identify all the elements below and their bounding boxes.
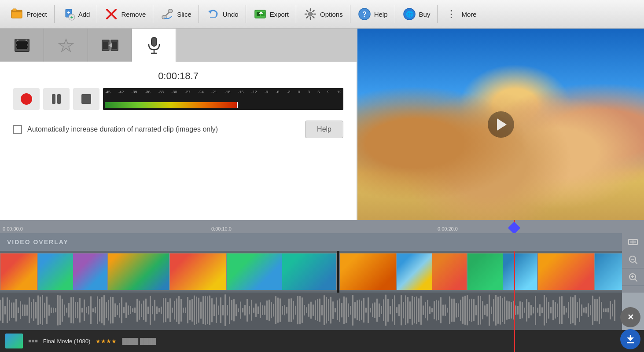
- svg-rect-259: [447, 308, 448, 313]
- list-item[interactable]: [227, 253, 337, 290]
- status-bar: ■■■ Final Movie (1080) ★★★★ ████ ████: [0, 330, 644, 352]
- svg-rect-13: [257, 12, 260, 16]
- svg-rect-72: [35, 302, 37, 319]
- svg-rect-279: [491, 307, 492, 314]
- slice-button[interactable]: Slice: [154, 4, 198, 25]
- undo-button[interactable]: Undo: [200, 4, 245, 25]
- stop-button[interactable]: [73, 88, 99, 110]
- svg-rect-254: [436, 300, 437, 320]
- auto-duration-checkbox[interactable]: [13, 125, 22, 134]
- svg-rect-174: [260, 302, 261, 318]
- svg-rect-137: [178, 296, 180, 325]
- svg-rect-121: [143, 301, 144, 320]
- svg-rect-249: [425, 302, 426, 318]
- vu-indicator: [237, 102, 238, 108]
- list-item[interactable]: [37, 253, 108, 290]
- svg-rect-217: [354, 302, 356, 319]
- svg-rect-177: [266, 301, 268, 320]
- svg-rect-175: [262, 305, 263, 315]
- list-item[interactable]: [397, 253, 467, 290]
- buy-button[interactable]: 🌐 Buy: [396, 4, 437, 25]
- svg-rect-239: [403, 302, 404, 318]
- svg-rect-31: [27, 48, 28, 49]
- svg-rect-200: [317, 299, 318, 321]
- tab-favorites[interactable]: [44, 29, 88, 62]
- list-item[interactable]: [108, 253, 169, 290]
- main-area: 0:00:18.7 -45-42-39-36-33: [0, 29, 644, 220]
- zoom-out-button[interactable]: [622, 251, 644, 268]
- help-button[interactable]: ? Help: [351, 4, 394, 25]
- svg-rect-159: [227, 305, 228, 315]
- svg-rect-271: [473, 299, 475, 322]
- pause-button[interactable]: [43, 88, 70, 110]
- svg-rect-289: [513, 301, 514, 319]
- list-item[interactable]: [339, 253, 397, 290]
- svg-rect-304: [546, 297, 547, 323]
- checkbox-row: Automatically increase duration of narra…: [13, 121, 343, 138]
- play-button[interactable]: [488, 111, 514, 138]
- svg-rect-142: [189, 300, 191, 320]
- svg-rect-67: [24, 304, 26, 316]
- svg-rect-182: [277, 297, 279, 323]
- svg-rect-110: [119, 303, 120, 317]
- svg-rect-310: [559, 297, 560, 324]
- download-button[interactable]: [620, 329, 640, 349]
- svg-rect-113: [125, 302, 127, 318]
- more-button[interactable]: ⋮ More: [438, 4, 482, 25]
- svg-rect-202: [321, 305, 323, 315]
- svg-rect-29: [27, 40, 28, 42]
- svg-rect-199: [315, 300, 316, 320]
- tab-media[interactable]: [0, 29, 44, 62]
- remove-button[interactable]: Remove: [98, 4, 152, 25]
- svg-rect-143: [191, 299, 193, 322]
- status-rating: ★★★★: [96, 338, 117, 345]
- svg-rect-219: [359, 300, 360, 321]
- svg-rect-169: [249, 306, 250, 315]
- svg-rect-112: [123, 307, 125, 313]
- list-item[interactable]: [467, 253, 537, 290]
- svg-rect-238: [401, 295, 402, 325]
- add-button[interactable]: + + Add: [55, 4, 96, 25]
- svg-rect-73: [37, 295, 39, 325]
- zoom-in-button[interactable]: [622, 268, 644, 286]
- close-button[interactable]: ✕: [620, 307, 640, 327]
- svg-rect-314: [568, 302, 569, 318]
- svg-rect-37: [112, 41, 117, 49]
- list-item[interactable]: [0, 253, 37, 290]
- svg-rect-171: [253, 308, 254, 313]
- svg-rect-325: [592, 296, 593, 325]
- list-item[interactable]: [595, 253, 626, 290]
- overlay-panel-icon[interactable]: [622, 233, 644, 251]
- svg-rect-246: [418, 298, 420, 322]
- svg-rect-204: [326, 297, 327, 323]
- svg-rect-197: [310, 302, 312, 319]
- record-button[interactable]: [13, 88, 40, 110]
- fit-button[interactable]: [622, 286, 644, 293]
- svg-rect-260: [449, 296, 450, 324]
- overlay-label-row: VIDEO OVERLAY: [0, 233, 644, 251]
- svg-rect-301: [539, 304, 541, 316]
- svg-rect-299: [535, 296, 536, 325]
- export-button[interactable]: Export: [247, 4, 295, 25]
- list-item[interactable]: [537, 253, 595, 290]
- svg-rect-98: [92, 308, 94, 312]
- svg-rect-248: [423, 305, 424, 315]
- svg-rect-273: [478, 296, 479, 325]
- svg-rect-298: [533, 307, 534, 313]
- svg-rect-163: [236, 304, 237, 316]
- help-inline-button[interactable]: Help: [305, 121, 343, 138]
- svg-rect-86: [66, 308, 67, 312]
- tab-narration[interactable]: [132, 29, 176, 62]
- project-button[interactable]: Project: [4, 4, 53, 25]
- svg-rect-102: [101, 297, 103, 323]
- svg-rect-245: [416, 297, 417, 324]
- svg-rect-61: [11, 303, 12, 318]
- svg-rect-297: [530, 305, 532, 315]
- svg-rect-190: [295, 306, 296, 315]
- list-item[interactable]: [169, 253, 227, 290]
- svg-rect-294: [524, 308, 525, 312]
- vu-meter: -45-42-39-36-33 -30-27-24-21-18 -15-12-9…: [103, 88, 343, 110]
- options-button[interactable]: Options: [297, 4, 349, 25]
- svg-rect-232: [387, 299, 389, 322]
- tab-transitions[interactable]: [88, 29, 132, 62]
